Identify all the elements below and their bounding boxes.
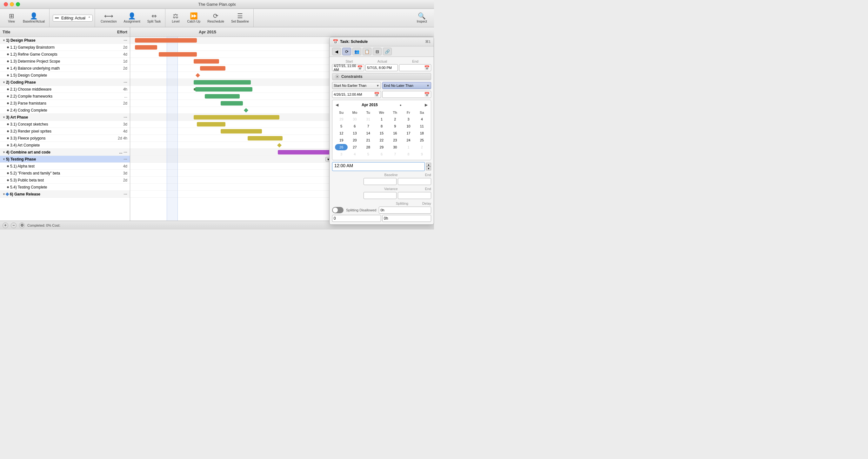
- maximize-button[interactable]: [16, 2, 20, 6]
- gantt-bar[interactable]: [195, 87, 252, 91]
- catch-up-button[interactable]: ⏩ Catch Up: [184, 11, 203, 25]
- window-controls[interactable]: [4, 2, 20, 6]
- gantt-bar[interactable]: [135, 38, 197, 42]
- task-row[interactable]: 2.2) Compile frameworks...: [0, 93, 130, 100]
- connection-button[interactable]: ⟷ Connection: [98, 11, 119, 25]
- baseline-end-field[interactable]: [398, 178, 431, 185]
- task-row[interactable]: 1.4) Balance underlying math2d: [0, 65, 130, 72]
- constraint-right-select[interactable]: End No Later Than ▼: [382, 82, 431, 89]
- task-row[interactable]: ▼2) Coding Phase···: [0, 79, 130, 86]
- cal-next-btn[interactable]: ▶: [424, 102, 429, 108]
- variance-end-field[interactable]: [398, 192, 431, 199]
- close-button[interactable]: [4, 2, 8, 6]
- task-row[interactable]: 3.1) Concept sketches3d: [0, 121, 130, 128]
- task-row[interactable]: 3.2) Render pixel sprites4d: [0, 128, 130, 135]
- cal-day[interactable]: 4: [348, 151, 361, 157]
- task-row[interactable]: ▼1) Design Phase···: [0, 37, 130, 44]
- task-row[interactable]: ▼5) Testing Phase···: [0, 156, 130, 163]
- split-task-button[interactable]: ⇔ Split Task: [145, 11, 163, 25]
- start-field[interactable]: 4/27/15, 11:00 AM 📅: [332, 64, 364, 71]
- delay-value-field[interactable]: 0h: [382, 215, 431, 222]
- task-row[interactable]: 1.1) Gameplay Brainstorm2d: [0, 44, 130, 51]
- cal-day[interactable]: 20: [348, 137, 361, 143]
- minimize-button[interactable]: [10, 2, 14, 6]
- actual-field[interactable]: 5/7/15, 8:00 PM: [365, 64, 398, 71]
- task-row[interactable]: 3.4) Art Complete: [0, 142, 130, 149]
- task-row[interactable]: 3.3) Fleece polygons2d 4h: [0, 135, 130, 142]
- level-button[interactable]: ⚖ Level: [168, 11, 183, 25]
- cal-day[interactable]: 6: [348, 123, 361, 130]
- cal-day[interactable]: 21: [362, 137, 375, 143]
- inspect-button[interactable]: 🔍 Inspect: [414, 11, 430, 25]
- gantt-bar[interactable]: [221, 101, 243, 106]
- cal-day[interactable]: 1: [402, 144, 415, 150]
- task-row[interactable]: ▼3) Art Phase···: [0, 114, 130, 121]
- gantt-bar[interactable]: [135, 45, 157, 50]
- splitting-toggle[interactable]: [332, 207, 343, 213]
- start-cal-icon[interactable]: 📅: [357, 65, 363, 70]
- settings-btn[interactable]: ⚙: [19, 223, 25, 228]
- cal-day[interactable]: 1: [375, 116, 388, 122]
- inspector-schedule-btn[interactable]: ⟳: [342, 48, 351, 55]
- inspector-back-btn[interactable]: ◀: [332, 48, 341, 55]
- remove-task-btn[interactable]: −: [11, 223, 17, 228]
- inspector-table-btn[interactable]: ⊟: [373, 48, 382, 55]
- cal-day[interactable]: 25: [415, 137, 428, 143]
- cal-day[interactable]: 16: [389, 130, 401, 136]
- task-menu[interactable]: ···: [124, 80, 127, 85]
- cal-day[interactable]: 8: [402, 151, 415, 157]
- task-row[interactable]: 1.3) Determine Project Scope1d: [0, 58, 130, 65]
- task-menu[interactable]: ···: [124, 38, 127, 43]
- constraint-cal-icon[interactable]: 📅: [374, 92, 379, 97]
- cal-day[interactable]: 9: [415, 151, 428, 157]
- time-up-btn[interactable]: ▲: [426, 163, 431, 167]
- cal-day[interactable]: 15: [375, 130, 388, 136]
- constraint-end-date-field[interactable]: 📅: [382, 91, 431, 98]
- cal-day[interactable]: 2: [415, 144, 428, 150]
- inspector-link-btn[interactable]: 🔗: [383, 48, 392, 55]
- gantt-bar[interactable]: [194, 115, 279, 119]
- cal-day[interactable]: 4: [415, 116, 428, 122]
- cal-day[interactable]: 9: [389, 123, 401, 130]
- gantt-bar[interactable]: [205, 94, 240, 98]
- cal-day[interactable]: 29: [335, 116, 348, 122]
- gantt-bar[interactable]: [248, 136, 283, 141]
- cal-day[interactable]: 8: [375, 123, 388, 130]
- constraint-date-field[interactable]: 4/26/15, 12:00 AM 📅: [332, 91, 381, 98]
- task-menu[interactable]: ···: [124, 192, 127, 197]
- task-row[interactable]: 2.1) Choose middleware4h: [0, 86, 130, 93]
- cal-day[interactable]: 19: [335, 137, 348, 143]
- time-input[interactable]: 12:00 AM: [332, 162, 425, 171]
- constraint-left-select[interactable]: Start No Earlier Than ▼: [332, 82, 381, 89]
- cal-day[interactable]: 7: [389, 151, 401, 157]
- cal-day[interactable]: 23: [389, 137, 401, 143]
- end-field[interactable]: 📅: [399, 64, 431, 71]
- gantt-bar[interactable]: [221, 129, 262, 134]
- cal-day[interactable]: 17: [402, 130, 415, 136]
- constraint-end-cal-icon[interactable]: 📅: [424, 92, 430, 97]
- task-row[interactable]: 2.4) Coding Complete: [0, 107, 130, 114]
- task-menu[interactable]: ···: [124, 157, 127, 162]
- cal-day[interactable]: 22: [375, 137, 388, 143]
- cal-day[interactable]: 31: [362, 116, 375, 122]
- delay-field[interactable]: 0h: [379, 207, 431, 213]
- cal-day[interactable]: 5: [335, 123, 348, 130]
- split-value-field[interactable]: 0: [332, 215, 381, 222]
- task-menu[interactable]: ···: [124, 150, 127, 155]
- task-row[interactable]: ▼6) Game Release···: [0, 191, 130, 198]
- gantt-bar[interactable]: [197, 122, 225, 126]
- task-row[interactable]: 1.5) Design Complete: [0, 72, 130, 79]
- assignment-button[interactable]: 👤 Assignment: [121, 11, 143, 25]
- task-row[interactable]: 5.3) Public beta test2d: [0, 177, 130, 184]
- baseline-field[interactable]: [364, 178, 397, 185]
- cal-day[interactable]: 5: [362, 151, 375, 157]
- cal-day[interactable]: 6: [375, 151, 388, 157]
- cal-day[interactable]: 3: [402, 116, 415, 122]
- task-row[interactable]: 5.2) "Friends and family" beta3d: [0, 170, 130, 177]
- task-row[interactable]: 1.2) Refine Game Concepts4d: [0, 51, 130, 58]
- cal-day[interactable]: 29: [375, 144, 388, 150]
- add-task-btn[interactable]: +: [3, 223, 8, 228]
- view-button[interactable]: ⊞ View: [4, 11, 19, 25]
- cal-day[interactable]: 3: [335, 151, 348, 157]
- task-row[interactable]: 5.4) Testing Complete: [0, 184, 130, 191]
